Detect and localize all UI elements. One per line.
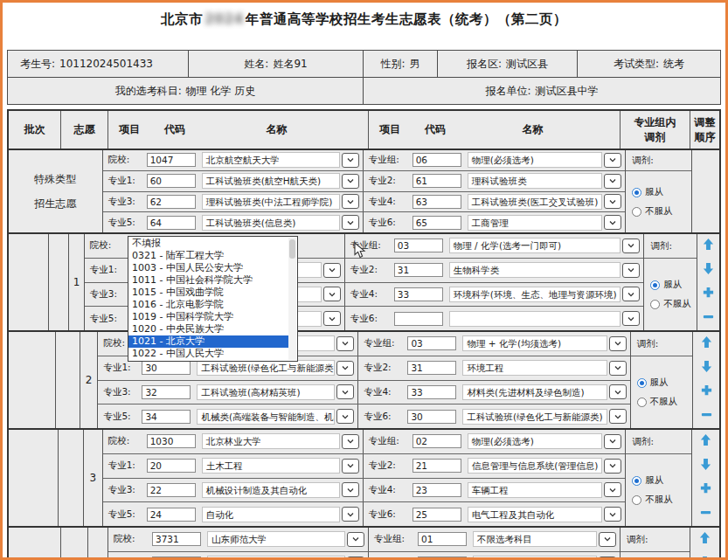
not-obey-option[interactable]: 不服从 [650,298,697,310]
dropdown-scrollbar[interactable] [288,238,296,360]
remove-button[interactable] [697,307,719,331]
radio-unchecked-icon[interactable] [650,300,660,309]
code-input[interactable]: 33 [394,287,443,301]
not-obey-option[interactable]: 不服从 [632,205,691,218]
dropdown-button[interactable] [323,287,341,301]
dropdown-option[interactable]: 1021 - 北京大学 [128,335,288,348]
code-input[interactable]: 33 [407,385,456,399]
code-input[interactable]: 61 [413,174,461,188]
add-button[interactable] [692,478,719,502]
code-input[interactable]: 60 [147,174,196,188]
radio-unchecked-icon[interactable] [637,398,647,407]
dropdown-button[interactable] [604,482,621,497]
code-input[interactable]: 23 [413,483,461,497]
code-input[interactable]: 1030 [147,434,196,448]
dropdown-button[interactable] [323,311,341,326]
code-input[interactable]: 01 [418,532,467,546]
obey-option[interactable]: 服从 [632,474,691,487]
code-input[interactable] [394,312,443,326]
code-input[interactable]: 1047 [147,153,196,167]
dropdown-button[interactable] [342,434,359,449]
dropdown-button[interactable] [347,557,364,560]
radio-checked-icon[interactable] [637,378,647,388]
dropdown-option[interactable]: 不填报 [128,238,288,250]
code-input[interactable]: 32 [142,385,191,399]
code-input[interactable]: 30 [407,410,456,424]
obey-option[interactable]: 服从 [637,377,693,389]
radio-checked-icon[interactable] [650,280,660,290]
dropdown-option[interactable]: 0321 - 陆军工程大学 [128,250,288,262]
move-up-button[interactable] [697,234,719,259]
code-input[interactable]: 62 [147,195,196,209]
dropdown-button[interactable] [609,361,627,376]
dropdown-button[interactable] [604,174,621,189]
dropdown-button[interactable] [336,409,354,424]
move-up-button[interactable] [692,430,719,454]
code-input[interactable] [152,557,201,560]
move-down-button[interactable] [690,552,719,560]
dropdown-button[interactable] [342,507,359,522]
dropdown-button[interactable] [342,482,359,497]
dropdown-option[interactable]: 1003 - 中国人民公安大学 [128,262,288,274]
dropdown-button[interactable] [604,215,621,230]
code-input[interactable]: 02 [413,434,461,448]
add-button[interactable] [693,380,719,404]
dropdown-button[interactable] [622,239,640,253]
dropdown-button[interactable] [323,263,341,278]
code-input[interactable]: 31 [407,361,456,375]
dropdown-option[interactable]: 1019 - 中国科学院大学 [128,311,288,323]
dropdown-button[interactable] [604,153,621,168]
move-up-button[interactable] [690,528,719,552]
move-up-button[interactable] [693,332,719,356]
code-input[interactable] [418,557,467,560]
dropdown-button[interactable] [609,409,627,424]
code-input[interactable]: 34 [142,410,191,424]
dropdown-option[interactable]: 1015 - 中国戏曲学院 [128,287,288,299]
dropdown-button[interactable] [599,532,616,547]
dropdown-option[interactable]: 1016 - 北京电影学院 [128,299,288,311]
dropdown-button[interactable] [347,532,364,547]
code-input[interactable]: 25 [413,508,461,522]
obey-option[interactable]: 服从 [632,186,691,198]
dropdown-button[interactable] [604,507,621,522]
obey-option[interactable]: 服从 [650,279,697,291]
not-obey-option[interactable]: 不服从 [632,494,691,506]
dropdown-button[interactable] [342,174,359,189]
dropdown-button[interactable] [609,336,627,351]
dropdown-button[interactable] [342,215,359,230]
code-input[interactable]: 22 [147,483,196,497]
radio-checked-icon[interactable] [632,476,641,486]
dropdown-button[interactable] [342,459,359,474]
dropdown-button[interactable] [336,336,354,351]
code-input[interactable]: 63 [413,195,461,209]
code-input[interactable]: 21 [413,459,461,473]
dropdown-button[interactable] [336,384,354,399]
code-input[interactable]: 3731 [152,532,201,546]
remove-button[interactable] [693,404,719,429]
code-input[interactable]: 03 [407,336,456,350]
code-input[interactable]: 30 [142,361,191,375]
dropdown-button[interactable] [342,194,359,209]
code-input[interactable]: 06 [413,153,461,167]
dropdown-button[interactable] [609,384,627,399]
dropdown-button[interactable] [604,459,621,474]
code-input[interactable]: 03 [394,239,443,252]
dropdown-button[interactable] [622,263,640,278]
code-input[interactable]: 64 [147,216,196,230]
dropdown-button[interactable] [622,287,640,301]
code-input[interactable]: 20 [147,459,196,473]
dropdown-option[interactable]: 1022 - 中国人民大学 [128,348,288,360]
dropdown-button[interactable] [622,311,640,326]
move-down-button[interactable] [697,259,719,283]
dropdown-button[interactable] [342,153,359,168]
code-input[interactable]: 65 [413,216,461,230]
dropdown-button[interactable] [604,434,621,449]
radio-checked-icon[interactable] [632,188,641,197]
not-obey-option[interactable]: 不服从 [637,396,693,408]
dropdown-button[interactable] [599,557,616,560]
radio-unchecked-icon[interactable] [632,495,641,505]
scrollbar-thumb[interactable] [289,239,295,259]
move-down-button[interactable] [693,356,719,381]
code-input[interactable]: 24 [147,508,196,522]
add-button[interactable] [697,282,719,307]
